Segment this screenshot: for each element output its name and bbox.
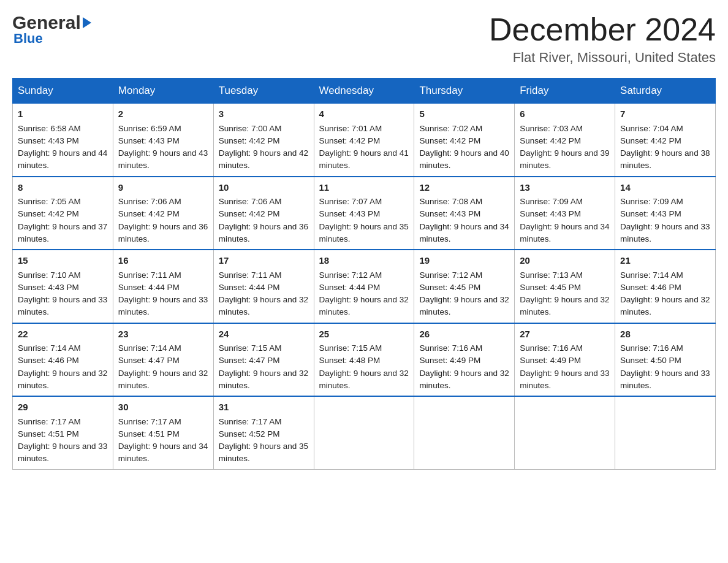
calendar-day-cell: 27Sunrise: 7:16 AMSunset: 4:49 PMDayligh…	[515, 323, 615, 397]
day-number: 19	[419, 254, 509, 268]
calendar-day-cell: 2Sunrise: 6:59 AMSunset: 4:43 PMDaylight…	[113, 104, 213, 177]
day-number: 7	[620, 107, 710, 121]
page-header: General Blue December 2024 Flat River, M…	[12, 12, 716, 66]
calendar-day-cell: 24Sunrise: 7:15 AMSunset: 4:47 PMDayligh…	[213, 323, 314, 397]
calendar-day-header: Tuesday	[213, 79, 314, 104]
day-number: 4	[319, 107, 409, 121]
logo-blue-text: Blue	[12, 31, 43, 47]
day-number: 30	[118, 400, 208, 415]
calendar-week-row: 8Sunrise: 7:05 AMSunset: 4:42 PMDaylight…	[13, 177, 716, 250]
calendar-day-header: Saturday	[615, 79, 716, 104]
day-number: 11	[319, 181, 409, 195]
day-number: 1	[18, 107, 108, 121]
title-section: December 2024 Flat River, Missouri, Unit…	[489, 12, 716, 66]
calendar-day-cell: 15Sunrise: 7:10 AMSunset: 4:43 PMDayligh…	[13, 250, 113, 323]
calendar-day-header: Wednesday	[314, 79, 414, 104]
calendar-day-cell: 9Sunrise: 7:06 AMSunset: 4:42 PMDaylight…	[113, 177, 213, 250]
day-number: 26	[419, 327, 509, 342]
calendar-header-row: SundayMondayTuesdayWednesdayThursdayFrid…	[13, 79, 716, 104]
day-number: 6	[520, 107, 610, 121]
logo: General Blue	[12, 12, 91, 47]
day-number: 2	[118, 107, 208, 121]
day-number: 9	[118, 181, 208, 195]
calendar-day-cell: 14Sunrise: 7:09 AMSunset: 4:43 PMDayligh…	[615, 177, 716, 250]
day-number: 25	[319, 327, 409, 342]
calendar-day-header: Thursday	[414, 79, 515, 104]
day-number: 15	[18, 254, 108, 268]
day-number: 3	[219, 107, 309, 121]
calendar-day-cell: 21Sunrise: 7:14 AMSunset: 4:46 PMDayligh…	[615, 250, 716, 323]
calendar-day-cell: 6Sunrise: 7:03 AMSunset: 4:42 PMDaylight…	[515, 104, 615, 177]
day-number: 16	[118, 254, 208, 268]
calendar-day-cell: 3Sunrise: 7:00 AMSunset: 4:42 PMDaylight…	[213, 104, 314, 177]
calendar-day-cell: 29Sunrise: 7:17 AMSunset: 4:51 PMDayligh…	[13, 396, 113, 469]
day-number: 5	[419, 107, 509, 121]
calendar-day-cell: 23Sunrise: 7:14 AMSunset: 4:47 PMDayligh…	[113, 323, 213, 397]
day-number: 10	[219, 181, 309, 195]
calendar-day-cell: 22Sunrise: 7:14 AMSunset: 4:46 PMDayligh…	[13, 323, 113, 397]
day-number: 21	[620, 254, 710, 268]
calendar-day-cell	[615, 396, 716, 469]
calendar-week-row: 29Sunrise: 7:17 AMSunset: 4:51 PMDayligh…	[13, 396, 716, 469]
calendar-day-header: Sunday	[13, 79, 113, 104]
calendar-day-cell: 8Sunrise: 7:05 AMSunset: 4:42 PMDaylight…	[13, 177, 113, 250]
day-number: 20	[520, 254, 610, 268]
calendar-day-cell: 26Sunrise: 7:16 AMSunset: 4:49 PMDayligh…	[414, 323, 515, 397]
calendar-day-cell: 20Sunrise: 7:13 AMSunset: 4:45 PMDayligh…	[515, 250, 615, 323]
day-number: 18	[319, 254, 409, 268]
day-number: 12	[419, 181, 509, 195]
day-number: 14	[620, 181, 710, 195]
calendar-day-cell	[414, 396, 515, 469]
day-number: 31	[219, 400, 309, 415]
calendar-day-cell: 7Sunrise: 7:04 AMSunset: 4:42 PMDaylight…	[615, 104, 716, 177]
day-number: 22	[18, 327, 108, 342]
calendar-week-row: 1Sunrise: 6:58 AMSunset: 4:43 PMDaylight…	[13, 104, 716, 177]
calendar-day-cell: 16Sunrise: 7:11 AMSunset: 4:44 PMDayligh…	[113, 250, 213, 323]
calendar-day-header: Monday	[113, 79, 213, 104]
calendar-day-cell: 28Sunrise: 7:16 AMSunset: 4:50 PMDayligh…	[615, 323, 716, 397]
location-text: Flat River, Missouri, United States	[489, 50, 716, 66]
calendar-day-cell: 13Sunrise: 7:09 AMSunset: 4:43 PMDayligh…	[515, 177, 615, 250]
day-number: 24	[219, 327, 309, 342]
calendar-day-cell: 18Sunrise: 7:12 AMSunset: 4:44 PMDayligh…	[314, 250, 414, 323]
calendar-day-cell: 10Sunrise: 7:06 AMSunset: 4:42 PMDayligh…	[213, 177, 314, 250]
calendar-day-header: Friday	[515, 79, 615, 104]
day-number: 27	[520, 327, 610, 342]
calendar-day-cell: 25Sunrise: 7:15 AMSunset: 4:48 PMDayligh…	[314, 323, 414, 397]
calendar-day-cell: 17Sunrise: 7:11 AMSunset: 4:44 PMDayligh…	[213, 250, 314, 323]
calendar-week-row: 22Sunrise: 7:14 AMSunset: 4:46 PMDayligh…	[13, 323, 716, 397]
calendar-day-cell	[515, 396, 615, 469]
calendar-day-cell: 31Sunrise: 7:17 AMSunset: 4:52 PMDayligh…	[213, 396, 314, 469]
calendar-day-cell: 19Sunrise: 7:12 AMSunset: 4:45 PMDayligh…	[414, 250, 515, 323]
calendar-day-cell: 1Sunrise: 6:58 AMSunset: 4:43 PMDaylight…	[13, 104, 113, 177]
calendar-table: SundayMondayTuesdayWednesdayThursdayFrid…	[12, 78, 716, 470]
logo-general-text: General	[12, 12, 81, 33]
calendar-day-cell: 5Sunrise: 7:02 AMSunset: 4:42 PMDaylight…	[414, 104, 515, 177]
calendar-day-cell: 30Sunrise: 7:17 AMSunset: 4:51 PMDayligh…	[113, 396, 213, 469]
day-number: 23	[118, 327, 208, 342]
calendar-day-cell: 4Sunrise: 7:01 AMSunset: 4:42 PMDaylight…	[314, 104, 414, 177]
calendar-day-cell: 12Sunrise: 7:08 AMSunset: 4:43 PMDayligh…	[414, 177, 515, 250]
calendar-week-row: 15Sunrise: 7:10 AMSunset: 4:43 PMDayligh…	[13, 250, 716, 323]
day-number: 13	[520, 181, 610, 195]
calendar-day-cell	[314, 396, 414, 469]
calendar-day-cell: 11Sunrise: 7:07 AMSunset: 4:43 PMDayligh…	[314, 177, 414, 250]
day-number: 28	[620, 327, 710, 342]
day-number: 17	[219, 254, 309, 268]
month-title: December 2024	[489, 12, 716, 47]
day-number: 8	[18, 181, 108, 195]
logo-arrow-icon	[83, 17, 91, 28]
day-number: 29	[18, 400, 108, 415]
